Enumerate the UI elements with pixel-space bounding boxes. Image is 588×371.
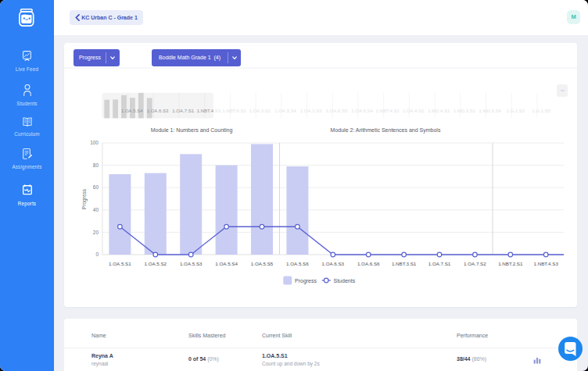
svg-text:1.OA.7.S1: 1.OA.7.S1	[428, 261, 451, 266]
svg-text:1.MD.3.S1: 1.MD.3.S1	[454, 109, 476, 113]
svg-text:1.NBT.2.S1: 1.NBT.2.S1	[498, 261, 523, 266]
svg-text:Progress: Progress	[295, 278, 317, 284]
svg-text:1.NBT.4.S3: 1.NBT.4.S3	[197, 109, 221, 113]
svg-text:Module 1: Numbers and Counting: Module 1: Numbers and Counting	[151, 127, 233, 134]
svg-text:1.NBT.4.S1: 1.NBT.4.S1	[376, 109, 400, 113]
svg-text:40: 40	[93, 207, 99, 212]
svg-text:80: 80	[93, 162, 99, 168]
svg-text:1.NBT.4.S3: 1.NBT.4.S3	[534, 261, 559, 266]
svg-text:1.OA.5.S2: 1.OA.5.S2	[145, 261, 167, 266]
svg-text:1.G.1.S2: 1.G.1.S2	[506, 109, 525, 113]
svg-text:Module 2: Arithmetic Sentences: Module 2: Arithmetic Sentences and Symbo…	[331, 127, 441, 134]
svg-text:1.OA.3.S4: 1.OA.3.S4	[274, 109, 296, 113]
svg-text:1.OA.5.S5: 1.OA.5.S5	[251, 261, 274, 266]
svg-text:20: 20	[93, 230, 99, 235]
svg-text:1.OA.4.S2: 1.OA.4.S2	[403, 109, 425, 113]
svg-text:1.OA.6.S3: 1.OA.6.S3	[322, 261, 345, 266]
svg-text:1.OA.7.S2: 1.OA.7.S2	[464, 261, 486, 266]
svg-text:1.MD.4.S1: 1.MD.4.S1	[428, 109, 450, 113]
svg-text:Progress: Progress	[81, 188, 88, 209]
svg-text:1.OA.5.S1: 1.OA.5.S1	[109, 261, 131, 266]
svg-text:1.OA.7.S1: 1.OA.7.S1	[172, 109, 194, 113]
svg-text:1.OA.5.S4: 1.OA.5.S4	[121, 109, 143, 113]
svg-text:1.OA.1.S3: 1.OA.1.S3	[300, 109, 322, 113]
svg-text:1.G.1.S5: 1.G.1.S5	[532, 109, 550, 113]
svg-text:1.OA.6.S3: 1.OA.6.S3	[147, 109, 169, 113]
svg-text:1.OA.5.S6: 1.OA.5.S6	[286, 261, 309, 266]
svg-text:1.OA.5.S3: 1.OA.5.S3	[180, 261, 203, 266]
svg-text:1.OA.3.S1: 1.OA.3.S1	[249, 109, 271, 113]
svg-text:1.MD.3.S4: 1.MD.3.S4	[479, 109, 501, 113]
svg-text:1.OA.6.S5: 1.OA.6.S5	[326, 109, 348, 113]
svg-text:100: 100	[90, 140, 99, 145]
svg-text:60: 60	[93, 184, 99, 190]
svg-text:0: 0	[95, 251, 99, 257]
svg-text:1.OA.6.S4: 1.OA.6.S4	[351, 109, 373, 113]
svg-text:1.OA.6.S6: 1.OA.6.S6	[357, 261, 380, 266]
svg-text:Students: Students	[334, 278, 356, 284]
svg-text:1.OA.5.S4: 1.OA.5.S4	[215, 261, 238, 266]
svg-text:1.NBT.3.S1: 1.NBT.3.S1	[392, 261, 417, 266]
svg-text:1.NBT.6.S1: 1.NBT.6.S1	[222, 109, 246, 113]
